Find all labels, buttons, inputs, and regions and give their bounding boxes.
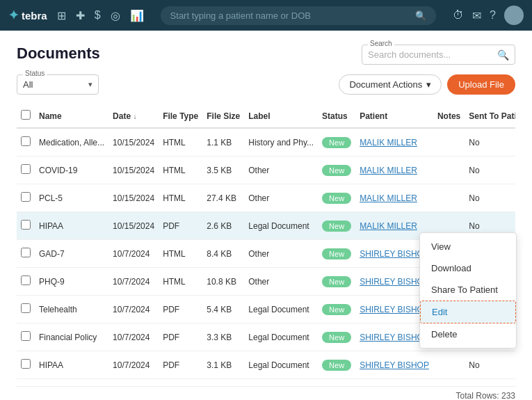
row-date: 10/15/2024	[108, 212, 159, 240]
patient-link[interactable]: MALIK MILLER	[360, 221, 417, 231]
user-avatar[interactable]	[504, 6, 524, 25]
table-row: COVID-19 10/15/2024 HTML 3.5 KB Other Ne…	[17, 157, 515, 184]
row-checkbox-cell	[17, 268, 35, 296]
date-sort-icon: ↓	[133, 113, 136, 120]
row-file-type: PDF	[159, 351, 202, 379]
billing-icon[interactable]: $	[95, 9, 101, 22]
row-checkbox[interactable]	[21, 331, 31, 341]
row-patient: MALIK MILLER	[355, 184, 433, 212]
patient-link[interactable]: SHIRLEY BISHOP	[360, 360, 429, 370]
row-checkbox[interactable]	[21, 164, 31, 174]
header-notes: Notes	[433, 104, 465, 128]
status-badge: New	[322, 304, 351, 315]
header-patient: Patient	[355, 104, 433, 128]
context-menu-edit[interactable]: Edit	[420, 301, 516, 323]
status-filter-wrap: Status All New Read Signed ▾	[17, 74, 99, 95]
row-file-type: HTML	[159, 240, 202, 268]
row-status: New	[318, 184, 355, 212]
row-file-type: HTML	[159, 128, 202, 157]
context-menu-share-to-patient[interactable]: Share To Patient	[420, 279, 516, 301]
row-file-size: 3.5 KB	[202, 157, 244, 184]
row-date: 10/15/2024	[108, 128, 159, 157]
row-file-size: 27.4 KB	[202, 184, 244, 212]
context-menu-view[interactable]: View	[420, 236, 516, 257]
row-checkbox-cell	[17, 128, 35, 157]
history-icon[interactable]: ⏱	[453, 9, 464, 22]
document-search-button[interactable]: 🔍	[497, 49, 509, 61]
status-filter-label: Status	[23, 70, 47, 77]
patient-link[interactable]: SHIRLEY BISHOP	[360, 305, 429, 314]
topnav-right-icons: ⏱ ✉ ?	[453, 6, 524, 25]
tebra-logo: ✦ tebra	[8, 8, 47, 23]
row-checkbox-cell	[17, 184, 35, 212]
status-badge: New	[322, 360, 351, 371]
row-checkbox[interactable]	[21, 359, 31, 369]
row-notes	[433, 184, 465, 212]
doc-actions-chevron-icon: ▾	[426, 79, 431, 90]
analytics-icon[interactable]: 📊	[130, 9, 144, 22]
row-status: New	[318, 128, 355, 157]
row-sent-to-patient: No	[465, 128, 515, 157]
row-name: PHQ-9	[35, 268, 108, 296]
header-name: Name	[35, 104, 108, 128]
row-date: 10/15/2024	[108, 184, 159, 212]
document-search-input[interactable]	[368, 47, 493, 63]
row-file-type: HTML	[159, 157, 202, 184]
status-filter-select[interactable]: All New Read Signed	[23, 77, 92, 93]
upload-file-button[interactable]: Upload File	[447, 74, 515, 95]
patient-link[interactable]: MALIK MILLER	[360, 138, 417, 147]
row-name: GAD-7	[35, 240, 108, 268]
row-checkbox-cell	[17, 323, 35, 351]
context-menu-download[interactable]: Download	[420, 257, 516, 279]
row-notes	[433, 351, 465, 379]
location-icon[interactable]: ◎	[111, 9, 120, 22]
row-date: 10/7/2024	[108, 296, 159, 323]
document-search-container: Search 🔍	[362, 45, 515, 65]
row-name: Financial Policy	[35, 323, 108, 351]
row-checkbox[interactable]	[21, 192, 31, 202]
row-file-type: PDF	[159, 296, 202, 323]
row-status: New	[318, 240, 355, 268]
patient-link[interactable]: SHIRLEY BISHOP	[360, 277, 429, 287]
help-icon[interactable]: ?	[490, 9, 496, 22]
row-checkbox-cell	[17, 157, 35, 184]
row-date: 10/7/2024	[108, 351, 159, 379]
controls-row: Status All New Read Signed ▾ Document Ac…	[17, 74, 515, 95]
row-name: PCL-5	[35, 184, 108, 212]
row-checkbox[interactable]	[21, 136, 31, 146]
row-sent-to-patient: No	[465, 351, 515, 379]
patient-search-bar[interactable]: 🔍	[161, 6, 437, 25]
context-menu-delete[interactable]: Delete	[420, 323, 516, 345]
mail-icon[interactable]: ✉	[472, 9, 481, 22]
row-file-type: PDF	[159, 323, 202, 351]
status-badge: New	[322, 276, 351, 287]
row-notes	[433, 157, 465, 184]
patient-link[interactable]: MALIK MILLER	[360, 193, 417, 203]
select-all-checkbox[interactable]	[21, 110, 31, 120]
row-checkbox[interactable]	[21, 220, 31, 230]
table-row: HIPAA 10/7/2024 PDF 3.1 KB Legal Documen…	[17, 351, 515, 379]
row-checkbox-cell	[17, 212, 35, 240]
row-name: HIPAA	[35, 351, 108, 379]
row-label: History and Phy...	[244, 128, 318, 157]
row-patient: SHIRLEY BISHOP	[355, 351, 433, 379]
patient-link[interactable]: MALIK MILLER	[360, 166, 417, 175]
row-checkbox[interactable]	[21, 248, 31, 257]
page-header: Documents Search 🔍	[17, 45, 515, 65]
patient-search-input[interactable]	[170, 10, 410, 21]
controls-right: Document Actions ▾ Upload File	[339, 74, 515, 95]
patient-link[interactable]: SHIRLEY BISHOP	[360, 333, 429, 342]
row-date: 10/15/2024	[108, 157, 159, 184]
status-badge: New	[322, 221, 351, 232]
header-sent-to-patient: Sent To Patient	[465, 104, 515, 128]
header-date[interactable]: Date ↓	[108, 104, 159, 128]
document-actions-button[interactable]: Document Actions ▾	[339, 74, 442, 95]
row-date: 10/7/2024	[108, 323, 159, 351]
add-icon[interactable]: ✚	[76, 9, 85, 22]
grid-icon[interactable]: ⊞	[57, 9, 66, 22]
row-checkbox[interactable]	[21, 303, 31, 313]
status-badge: New	[322, 165, 351, 176]
row-checkbox[interactable]	[21, 275, 31, 285]
row-file-size: 1.1 KB	[202, 128, 244, 157]
patient-link[interactable]: SHIRLEY BISHOP	[360, 249, 429, 259]
